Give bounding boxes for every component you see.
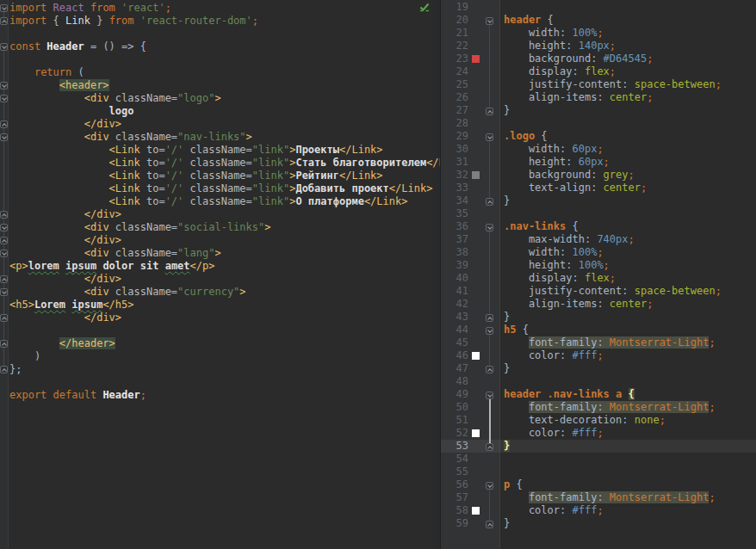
fold-marker[interactable] (486, 314, 493, 322)
code-line[interactable]: }; (9, 363, 440, 376)
code-line[interactable] (9, 324, 440, 337)
fold-marker[interactable] (0, 340, 8, 348)
code-line[interactable]: <div className="nav-links"> (9, 131, 440, 144)
code-token: <Link (109, 157, 140, 169)
fold-marker[interactable] (0, 250, 8, 257)
fold-marker[interactable] (0, 211, 8, 219)
code-token: space-between (635, 285, 716, 297)
fold-marker[interactable] (0, 366, 8, 373)
code-token: : (566, 156, 578, 168)
fold-marker[interactable] (0, 95, 8, 102)
code-line[interactable]: logo (9, 105, 440, 118)
code-token (9, 182, 109, 194)
fold-marker[interactable] (486, 133, 493, 141)
fold-marker[interactable] (0, 133, 8, 141)
code-token: <div (84, 131, 109, 143)
code-token: : (591, 182, 603, 194)
fold-marker[interactable] (0, 314, 8, 322)
code-line[interactable]: </div> (9, 208, 440, 221)
code-line[interactable]: export default Header; (9, 389, 440, 402)
fold-marker[interactable] (486, 108, 493, 115)
code-token: <div (84, 247, 109, 259)
fold-marker[interactable] (0, 224, 8, 231)
code-line[interactable]: <Link to='/' className="link">Стать благ… (9, 157, 440, 170)
fold-marker[interactable] (486, 443, 493, 451)
left-fold-gutter[interactable] (0, 0, 9, 549)
fold-marker[interactable] (0, 43, 8, 51)
code-token: amet (165, 260, 190, 272)
code-token: = (246, 157, 252, 169)
fold-marker[interactable] (0, 288, 8, 296)
code-token: from (109, 15, 140, 27)
fold-marker[interactable] (486, 521, 493, 528)
fold-marker[interactable] (486, 224, 493, 231)
fold-marker[interactable] (0, 4, 8, 12)
code-token: ; (641, 182, 647, 194)
fold-marker[interactable] (486, 198, 493, 206)
code-token: ( (71, 66, 84, 78)
code-line[interactable]: </div> (9, 312, 440, 324)
code-line[interactable]: <Link to='/' className="link">Проекты</L… (9, 144, 440, 157)
code-token: height (504, 259, 566, 271)
code-token: ; (597, 143, 603, 155)
code-line[interactable]: <header> (9, 79, 440, 92)
code-token: center (604, 182, 641, 194)
fold-marker[interactable] (486, 392, 493, 399)
jsx-code-area[interactable]: import React from 'react';import { Link … (9, 2, 440, 402)
fold-marker[interactable] (0, 82, 8, 89)
code-token: background (504, 52, 591, 65)
code-token: display (504, 65, 572, 77)
fold-marker[interactable] (486, 366, 493, 373)
code-line[interactable]: ) (9, 350, 440, 363)
code-token: .logo (504, 130, 535, 142)
fold-marker[interactable] (486, 327, 493, 335)
code-line[interactable] (9, 28, 440, 40)
fold-marker[interactable] (0, 120, 8, 128)
inspections-ok-icon[interactable] (418, 1, 431, 16)
code-line[interactable]: import { Link } from 'react-router-dom'; (9, 15, 440, 28)
code-token: : (597, 491, 609, 503)
code-token: ; (252, 15, 258, 27)
code-token: height (504, 156, 566, 168)
code-line[interactable]: <Link to='/' className="link">Добавить п… (9, 182, 440, 195)
code-line[interactable]: return ( (9, 66, 440, 79)
code-token: to (140, 144, 159, 156)
fold-scope-line (489, 489, 490, 521)
code-token (9, 105, 109, 117)
code-token: <div (84, 221, 109, 233)
fold-marker[interactable] (0, 17, 8, 25)
code-token: color (504, 349, 560, 361)
code-line[interactable] (9, 376, 440, 389)
code-line[interactable]: <Link to='/' className="link">О платформ… (9, 195, 440, 208)
editor-pane-css[interactable]: 1920header {21 width: 100%;22 height: 14… (440, 0, 756, 549)
fold-marker[interactable] (0, 275, 8, 283)
code-line[interactable] (9, 53, 440, 66)
code-token: '/' (165, 144, 184, 156)
code-line[interactable]: <div className="social-links"> (9, 221, 440, 234)
code-line[interactable]: </div> (9, 118, 440, 131)
code-token: import (9, 2, 53, 14)
code-line[interactable]: <h5>Lorem ipsum</h5> (9, 299, 440, 312)
code-token: width (504, 143, 560, 155)
fold-marker[interactable] (486, 17, 493, 25)
code-line[interactable]: <Link to='/' className="link">Рейтинг</L… (9, 170, 440, 182)
code-line[interactable]: const Header = () => { (9, 40, 440, 53)
code-token: = (171, 247, 177, 259)
code-line[interactable]: </header> (9, 337, 440, 350)
code-line[interactable]: <div className="logo"> (9, 92, 440, 105)
code-token: <Link (109, 195, 140, 207)
code-line[interactable]: </div> (9, 234, 440, 247)
code-token: = (246, 170, 252, 182)
code-line[interactable]: <p>lorem ipsum dolor sit amet</p> (9, 260, 440, 273)
fold-marker[interactable] (0, 237, 8, 244)
code-token: from (84, 2, 121, 14)
code-token: : (591, 169, 603, 181)
code-line[interactable]: </div> (9, 273, 440, 286)
fold-marker[interactable] (486, 482, 493, 490)
code-line[interactable]: <div className="currency"> (9, 286, 440, 299)
right-fold-gutter[interactable] (441, 1, 499, 549)
code-token: display (504, 272, 572, 284)
editor-pane-jsx[interactable]: import React from 'react';import { Link … (0, 0, 440, 549)
code-line[interactable]: <div className="lang"> (9, 247, 440, 260)
code-line[interactable]: import React from 'react'; (9, 2, 440, 15)
